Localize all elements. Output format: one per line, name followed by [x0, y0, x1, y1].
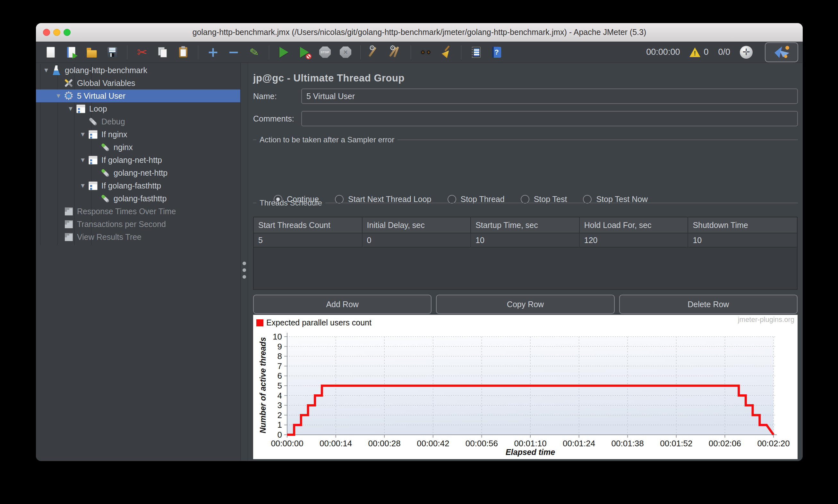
start-button[interactable] [277, 44, 291, 60]
table-row: 501012010 [254, 233, 797, 248]
decor [90, 188, 92, 190]
decor [65, 233, 73, 241]
expander-icon[interactable]: ▼ [77, 183, 88, 188]
sampler-error-title: Action to be taken after a Sampler error [256, 135, 398, 144]
remove-button[interactable]: − [227, 44, 241, 60]
gear-icon: ⚙ [64, 91, 74, 101]
expander-icon[interactable]: ▼ [66, 106, 76, 112]
decor [398, 140, 798, 140]
x-tick-label: 00:00:00 [271, 438, 303, 448]
logo-toggle-button[interactable] [765, 42, 798, 62]
titlebar[interactable]: golang-http-benchmark.jmx (/Users/nicola… [36, 23, 803, 42]
preview-chart: 01234567891000:00:0000:00:1400:00:2800:0… [253, 315, 798, 459]
tree-item-label: Transactions per Second [77, 220, 166, 229]
log-errors-indicator[interactable]: ! 0 [689, 47, 709, 57]
tree-item-golang-http-benchmark[interactable]: ▼golang-http-benchmark [36, 64, 240, 77]
decor [47, 47, 55, 58]
table-empty-area[interactable] [254, 248, 797, 289]
copy-row-button[interactable]: Copy Row [436, 295, 614, 314]
start-no-pauses-button[interactable] [297, 44, 312, 60]
tree-item-golang-fasthttp[interactable]: golang-fasthttp [36, 192, 240, 205]
decor [87, 48, 91, 50]
x-tick-label: 00:01:38 [611, 438, 644, 448]
add-row-button[interactable]: Add Row [253, 295, 432, 314]
decor [785, 46, 789, 50]
paste-button[interactable] [176, 44, 190, 60]
delete-row-button[interactable]: Delete Row [619, 295, 798, 314]
comments-input[interactable] [301, 111, 798, 126]
tree-item-5-virtual-user[interactable]: ▼⚙5 Virtual User [36, 89, 240, 102]
expander-icon[interactable]: ▼ [77, 131, 88, 137]
tree-item-response-times-over-time[interactable]: Response Times Over Time [36, 205, 240, 218]
tree-item-nginx[interactable]: nginx [36, 141, 240, 154]
table-cell[interactable]: 10 [688, 233, 797, 248]
decor [78, 111, 80, 113]
close-button[interactable] [43, 29, 50, 36]
controller-icon [76, 104, 86, 114]
save-button[interactable] [105, 44, 119, 60]
table-cell[interactable]: 5 [254, 233, 363, 248]
tree-item-label: If nginx [101, 130, 127, 139]
decor [243, 275, 246, 278]
column-header: Hold Load For, sec [580, 217, 688, 233]
decor [243, 262, 246, 265]
decor [181, 46, 185, 49]
help-button[interactable]: ? [490, 44, 504, 60]
x-tick-label: 00:00:42 [417, 438, 449, 448]
x-tick-label: 00:00:28 [368, 438, 401, 448]
open-templates-button[interactable] [64, 44, 78, 60]
tree-item-global-variables[interactable]: Global Variables [36, 77, 240, 89]
toolbar: ✂+−✎STOP✕⚙⚙? 00:00:00 ! 0 0/0 ✛ [36, 42, 803, 63]
copy-button[interactable] [156, 44, 170, 60]
zoom-button[interactable] [64, 29, 71, 36]
tree-item-transactions-per-second[interactable]: Transactions per Second [36, 218, 240, 231]
expander-icon[interactable]: ▼ [77, 157, 88, 163]
tree-item-golang-net-http[interactable]: golang-net-http [36, 166, 240, 179]
tree-item-if-golang-fasthttp[interactable]: ▼If golang-fasthttp [36, 179, 240, 192]
table-cell[interactable]: 0 [363, 233, 471, 248]
y-tick-label: 2 [278, 410, 282, 420]
search-button[interactable] [419, 44, 433, 60]
y-tick-label: 7 [278, 361, 282, 371]
decor: ✕ [340, 47, 351, 58]
controller-icon [88, 180, 98, 191]
test-plan-tree: ▼golang-http-benchmarkGlobal Variables▼⚙… [36, 63, 241, 461]
table-cell[interactable]: 120 [580, 233, 688, 248]
expander-icon[interactable]: ▼ [41, 67, 51, 73]
decor [89, 181, 98, 190]
clear-button[interactable]: ⚙ [368, 44, 382, 60]
x-tick-label: 00:02:06 [709, 438, 741, 448]
toolbar-status: 00:00:00 ! 0 0/0 ✛ [646, 42, 798, 62]
tree-item-loop[interactable]: ▼Loop [36, 102, 240, 115]
decor [65, 220, 73, 228]
open-file-button[interactable] [85, 44, 99, 60]
clear-all-button[interactable]: ⚙ [389, 44, 403, 60]
function-helper-button[interactable] [469, 44, 483, 60]
reset-search-button[interactable] [439, 44, 453, 60]
new-file-button[interactable] [43, 44, 58, 60]
decor [89, 182, 97, 184]
decor [253, 140, 256, 140]
tree-item-view-results-tree[interactable]: View Results Tree [36, 231, 240, 244]
add-button[interactable]: + [206, 44, 220, 60]
minimize-button[interactable] [53, 29, 60, 36]
tree-item-if-nginx[interactable]: ▼If nginx [36, 128, 240, 141]
table-cell[interactable]: 10 [471, 233, 580, 248]
tree-item-debug[interactable]: Debug [36, 115, 240, 128]
expander-icon[interactable]: ▼ [53, 93, 64, 99]
decor [89, 117, 98, 126]
stop-button[interactable]: STOP [318, 44, 332, 60]
splitter-handle[interactable] [243, 262, 246, 278]
threads-schedule-title: Threads Schedule [256, 198, 325, 208]
panel-splitter[interactable] [241, 63, 248, 461]
cut-button[interactable]: ✂ [135, 44, 149, 60]
toggle-button[interactable]: ✎ [247, 44, 261, 60]
toolbar-separator [411, 45, 411, 59]
controller-icon [88, 129, 98, 140]
name-input[interactable]: 5 Virtual User [301, 89, 798, 104]
y-tick-label: 10 [273, 332, 282, 341]
shutdown-button[interactable]: ✕ [338, 44, 353, 60]
chart-legend: Expected parallel users count [256, 318, 371, 327]
tree-item-if-golang-net-http[interactable]: ▼If golang-net-http [36, 154, 240, 166]
y-tick-label: 5 [278, 381, 282, 391]
